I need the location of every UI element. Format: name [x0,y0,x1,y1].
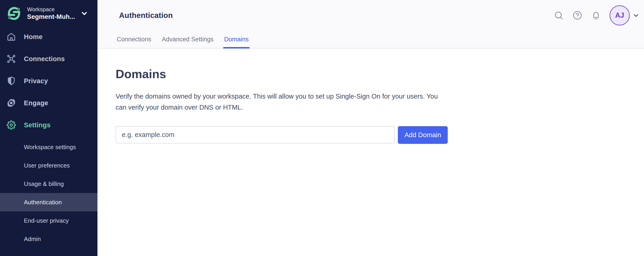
add-domain-button[interactable]: Add Domain [398,126,448,144]
subnav-item-end-user-privacy[interactable]: End-user privacy [0,212,98,230]
sidebar-item-label: Home [24,33,42,41]
home-icon [7,32,16,41]
main-column: Authentication [98,0,644,256]
header-actions: AJ [554,5,640,26]
sidebar-nav: Home Connections [0,26,98,136]
tab-bar: Connections Advanced Settings Domains [98,31,644,48]
header-top-row: Authentication [98,0,644,31]
avatar[interactable]: AJ [610,5,630,26]
shield-icon [7,76,16,86]
subnav-item-workspace-settings[interactable]: Workspace settings [0,138,98,156]
search-icon[interactable] [554,10,564,20]
sidebar-item-settings[interactable]: Settings [0,114,98,136]
subnav-item-authentication[interactable]: Authentication [0,193,98,212]
sidebar-item-label: Connections [24,55,65,63]
gear-icon [7,120,16,130]
domains-section: Domains Verify the domains owned by your… [98,48,644,144]
subnav-item-user-preferences[interactable]: User preferences [0,156,98,175]
sidebar-item-label: Privacy [24,77,48,85]
domain-input[interactable] [116,126,395,144]
section-description: Verify the domains owned by your workspa… [116,91,442,113]
sidebar-item-label: Engage [24,99,48,107]
sidebar-item-label: Settings [24,121,50,129]
subnav-item-admin[interactable]: Admin [0,230,98,248]
tab-advanced-settings[interactable]: Advanced Settings [161,31,214,48]
settings-subnav: Workspace settings User preferences Usag… [0,138,98,248]
section-heading: Domains [116,67,630,81]
user-menu-chevron-down-icon[interactable] [632,12,640,19]
workspace-switcher[interactable]: Workspace Segment-Muh... [0,0,98,26]
subnav-item-usage-billing[interactable]: Usage & billing [0,175,98,193]
sidebar-item-privacy[interactable]: Privacy [0,70,98,92]
app-window: Workspace Segment-Muh... Home [0,0,644,256]
sidebar-item-engage[interactable]: Engage [0,92,98,114]
sidebar-item-connections[interactable]: Connections [0,48,98,70]
engage-icon [7,98,16,108]
bell-icon[interactable] [591,10,601,20]
user-menu: AJ [610,5,640,26]
add-domain-form: Add Domain [116,126,630,144]
connections-icon [7,54,16,64]
sidebar-item-home[interactable]: Home [0,26,98,48]
tab-domains[interactable]: Domains [223,31,250,48]
workspace-chevron-down-icon[interactable] [80,10,88,17]
page-title: Authentication [119,11,173,20]
tab-connections[interactable]: Connections [116,31,152,48]
workspace-text: Workspace Segment-Muh... [27,6,75,21]
help-icon[interactable] [572,10,582,20]
segment-logo-icon [7,6,21,21]
page-header: Authentication [98,0,644,48]
sidebar: Workspace Segment-Muh... Home [0,0,98,256]
workspace-label: Workspace [27,6,75,13]
workspace-name: Segment-Muh... [27,13,75,21]
